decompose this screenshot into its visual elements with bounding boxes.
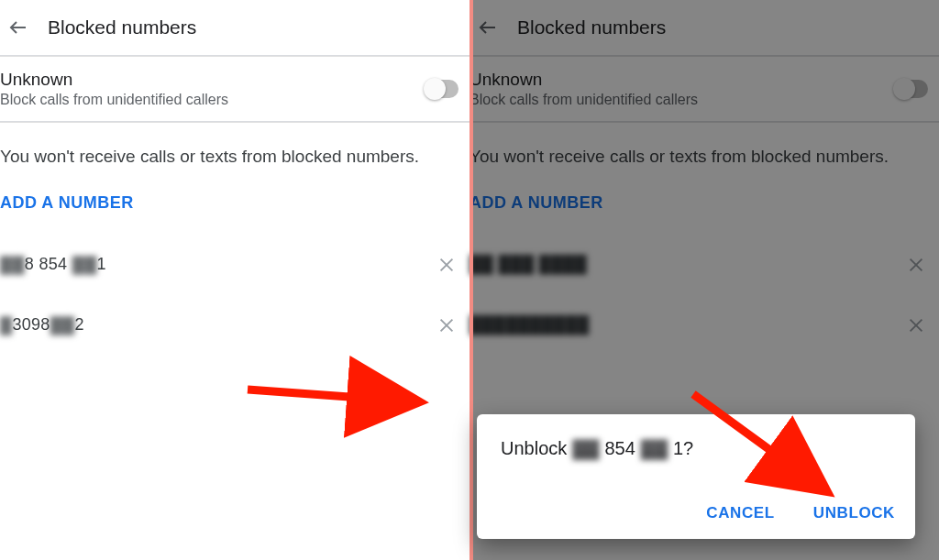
blocked-number-text: ▓3098▓▓2: [0, 315, 84, 335]
panel-separator: [470, 0, 473, 560]
cancel-button[interactable]: CANCEL: [706, 504, 774, 522]
back-arrow-icon[interactable]: [7, 16, 48, 38]
blocked-number-row: ▓3098▓▓2: [0, 295, 470, 356]
unknown-title: Unknown: [0, 70, 425, 90]
remove-number-icon[interactable]: [433, 251, 460, 279]
page-title: Blocked numbers: [48, 16, 196, 38]
left-screen: Blocked numbers Unknown Block calls from…: [0, 0, 470, 560]
dialog-title: Unblock ▓▓ 854 ▓▓ 1?: [501, 438, 693, 459]
unknown-toggle[interactable]: [425, 80, 458, 98]
remove-number-icon[interactable]: [433, 312, 460, 339]
unblock-button[interactable]: UNBLOCK: [813, 504, 895, 522]
blocked-number-row: ▓▓8 854 ▓▓1: [0, 235, 470, 295]
add-number-button[interactable]: ADD A NUMBER: [0, 175, 470, 235]
info-message: You won't receive calls or texts from bl…: [0, 123, 470, 175]
unknown-row[interactable]: Unknown Block calls from unidentified ca…: [0, 57, 470, 121]
top-bar: Blocked numbers: [0, 0, 470, 55]
blocked-number-text: ▓▓8 854 ▓▓1: [0, 255, 106, 274]
unblock-dialog: Unblock ▓▓ 854 ▓▓ 1? CANCEL UNBLOCK: [477, 414, 915, 539]
unknown-subtitle: Block calls from unidentified callers: [0, 92, 425, 108]
